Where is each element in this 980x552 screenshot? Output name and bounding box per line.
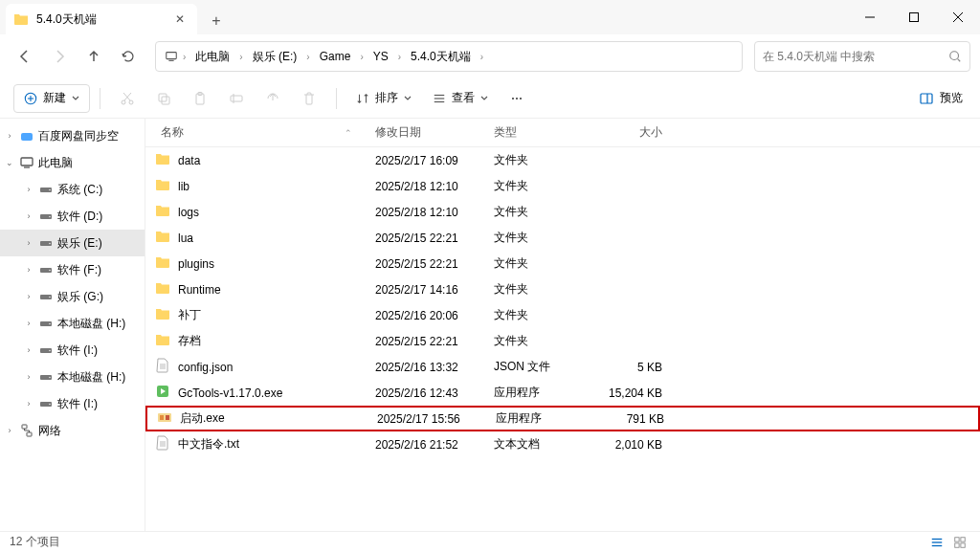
file-date: 2025/2/15 22:21 bbox=[375, 335, 494, 348]
sort-indicator-icon: ⌃ bbox=[345, 128, 352, 138]
chevron-icon: › bbox=[23, 210, 34, 222]
drive-icon bbox=[38, 262, 54, 277]
search-icon bbox=[948, 50, 962, 63]
file-row[interactable]: 中文指令.txt2025/2/16 21:52文本文档2,010 KB bbox=[145, 431, 980, 457]
chevron-icon: ⌄ bbox=[4, 157, 15, 168]
file-type: 文件夹 bbox=[494, 307, 595, 323]
tree-item[interactable]: ›系统 (C:) bbox=[0, 176, 145, 203]
drive-icon bbox=[38, 316, 54, 331]
tree-item[interactable]: ›本地磁盘 (H:) bbox=[0, 364, 145, 390]
back-button[interactable] bbox=[10, 41, 40, 72]
separator bbox=[336, 88, 337, 109]
tree-label: 本地磁盘 (H:) bbox=[57, 369, 125, 386]
column-header-type[interactable]: 类型 bbox=[494, 124, 595, 141]
minimize-button[interactable] bbox=[848, 0, 892, 34]
close-window-button[interactable] bbox=[936, 0, 980, 34]
network-icon bbox=[19, 423, 34, 438]
file-row[interactable]: lua2025/2/15 22:21文件夹 bbox=[145, 225, 980, 251]
file-row[interactable]: 启动.exe2025/2/17 15:56应用程序791 KB bbox=[145, 406, 980, 431]
new-button[interactable]: 新建 bbox=[13, 84, 90, 113]
refresh-button[interactable] bbox=[113, 41, 144, 72]
tree-item[interactable]: ›网络 bbox=[0, 417, 145, 444]
rename-button[interactable] bbox=[219, 84, 254, 113]
preview-pane-button[interactable]: 预览 bbox=[919, 90, 963, 106]
file-row[interactable]: config.json2025/2/16 13:32JSON 文件5 KB bbox=[145, 354, 980, 380]
file-type: 文件夹 bbox=[494, 152, 595, 168]
more-button[interactable]: ⋯ bbox=[500, 84, 534, 113]
new-tab-button[interactable]: + bbox=[203, 8, 230, 34]
column-header-date[interactable]: 修改日期 bbox=[375, 124, 494, 141]
crumb-2[interactable]: Game bbox=[314, 48, 357, 65]
maximize-button[interactable] bbox=[892, 0, 936, 34]
crumb-1[interactable]: 娱乐 (E:) bbox=[247, 47, 303, 67]
tree-label: 娱乐 (G:) bbox=[57, 289, 103, 305]
folder-icon bbox=[155, 177, 170, 195]
chevron-icon: › bbox=[23, 291, 34, 302]
file-name: lib bbox=[178, 180, 189, 193]
crumb-3[interactable]: YS bbox=[368, 48, 394, 65]
tree-item[interactable]: ›娱乐 (G:) bbox=[0, 283, 145, 310]
file-row[interactable]: 存档2025/2/15 22:21文件夹 bbox=[145, 328, 980, 354]
copy-button[interactable] bbox=[146, 84, 181, 113]
file-date: 2025/2/16 13:32 bbox=[375, 361, 494, 374]
file-list: 名称 ⌃ 修改日期 类型 大小 data2025/2/17 16:09文件夹li… bbox=[145, 119, 980, 531]
exe-app-icon bbox=[157, 409, 172, 428]
details-view-button[interactable] bbox=[926, 534, 947, 551]
thumbnails-view-button[interactable] bbox=[949, 534, 970, 551]
file-type: JSON 文件 bbox=[494, 359, 595, 375]
share-button[interactable] bbox=[256, 84, 290, 113]
file-row[interactable]: plugins2025/2/15 22:21文件夹 bbox=[145, 251, 980, 276]
search-input[interactable] bbox=[763, 50, 943, 63]
file-row[interactable]: logs2025/2/18 12:10文件夹 bbox=[145, 199, 980, 225]
chevron-icon: › bbox=[4, 130, 15, 142]
file-row[interactable]: data2025/2/17 16:09文件夹 bbox=[145, 147, 980, 173]
crumb-0[interactable]: 此电脑 bbox=[189, 47, 235, 67]
folder-icon bbox=[155, 280, 170, 298]
svg-rect-19 bbox=[231, 96, 242, 101]
tree-item[interactable]: ›软件 (I:) bbox=[0, 337, 145, 364]
preview-icon bbox=[919, 91, 934, 106]
chevron-down-icon bbox=[404, 95, 412, 102]
file-name: lua bbox=[178, 232, 193, 245]
sort-dropdown[interactable]: 排序 bbox=[346, 84, 421, 113]
delete-button[interactable] bbox=[292, 84, 326, 113]
crumb-4[interactable]: 5.4.0天机端 bbox=[405, 47, 477, 67]
view-icon bbox=[433, 92, 446, 105]
tree-item[interactable]: ›软件 (F:) bbox=[0, 256, 145, 283]
view-dropdown[interactable]: 查看 bbox=[423, 84, 498, 113]
chevron-icon: › bbox=[23, 237, 34, 249]
tree-item[interactable]: ›软件 (D:) bbox=[0, 203, 145, 230]
tree-item[interactable]: ⌄此电脑 bbox=[0, 149, 145, 176]
chevron-icon: › bbox=[4, 425, 15, 436]
tree-item[interactable]: ›娱乐 (E:) bbox=[0, 230, 145, 256]
breadcrumb[interactable]: › 此电脑 › 娱乐 (E:) › Game › YS › 5.4.0天机端 › bbox=[155, 41, 743, 72]
file-date: 2025/2/17 15:56 bbox=[377, 412, 496, 426]
tree-label: 软件 (I:) bbox=[57, 342, 98, 359]
file-date: 2025/2/16 21:52 bbox=[375, 438, 494, 452]
item-count: 12 个项目 bbox=[10, 534, 60, 550]
drive-icon bbox=[38, 182, 54, 197]
column-header-size[interactable]: 大小 bbox=[595, 124, 672, 141]
cut-button[interactable] bbox=[110, 84, 145, 113]
file-row[interactable]: GcTools-v1.17.0.exe2025/2/16 12:43应用程序15… bbox=[145, 380, 980, 406]
folder-icon bbox=[155, 203, 170, 221]
svg-rect-4 bbox=[167, 53, 177, 59]
tree-item[interactable]: ›百度网盘同步空 bbox=[0, 122, 145, 149]
file-row[interactable]: lib2025/2/18 12:10文件夹 bbox=[145, 173, 980, 199]
tree-item[interactable]: ›软件 (I:) bbox=[0, 390, 145, 417]
paste-button[interactable] bbox=[183, 84, 217, 113]
tree-item[interactable]: ›本地磁盘 (H:) bbox=[0, 310, 145, 337]
svg-rect-48 bbox=[27, 432, 32, 436]
close-tab-button[interactable]: ✕ bbox=[172, 11, 188, 27]
folder-icon bbox=[13, 11, 29, 27]
up-button[interactable] bbox=[78, 41, 109, 72]
window-tab[interactable]: 5.4.0天机端 ✕ bbox=[6, 4, 197, 34]
svg-point-40 bbox=[49, 323, 51, 325]
forward-button[interactable] bbox=[44, 41, 75, 72]
file-row[interactable]: Runtime2025/2/17 14:16文件夹 bbox=[145, 276, 980, 302]
svg-point-46 bbox=[49, 404, 51, 406]
svg-line-14 bbox=[123, 93, 130, 100]
search-box[interactable] bbox=[754, 41, 970, 72]
column-header-name[interactable]: 名称 ⌃ bbox=[145, 124, 375, 141]
file-row[interactable]: 补丁2025/2/16 20:06文件夹 bbox=[145, 302, 980, 328]
